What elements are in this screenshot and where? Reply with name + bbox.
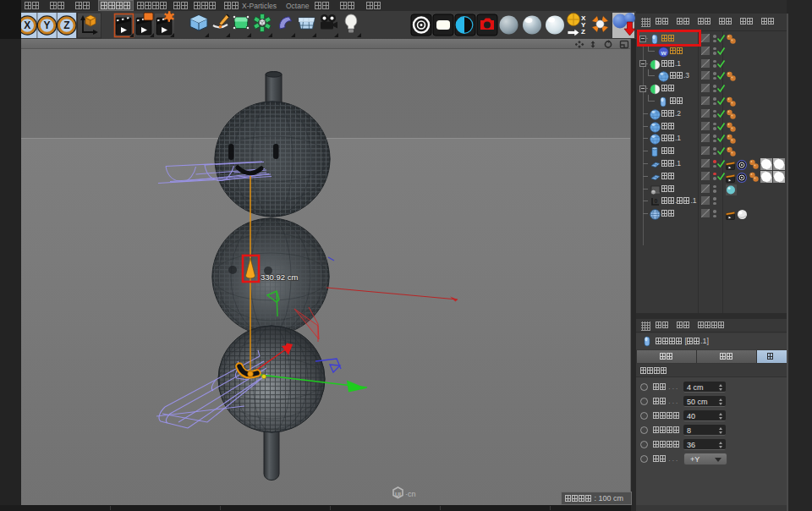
svg-text:X: X	[24, 19, 30, 31]
svg-text:w: w	[660, 48, 667, 56]
svg-text:Z: Z	[581, 28, 585, 36]
svg-text:·cn: ·cn	[405, 490, 416, 498]
svg-text:UI: UI	[395, 492, 401, 497]
svg-text:330.92 cm: 330.92 cm	[261, 272, 298, 282]
svg-text:0: 0	[655, 198, 658, 204]
svg-text:Z: Z	[63, 19, 69, 31]
svg-text:Y: Y	[43, 19, 50, 31]
